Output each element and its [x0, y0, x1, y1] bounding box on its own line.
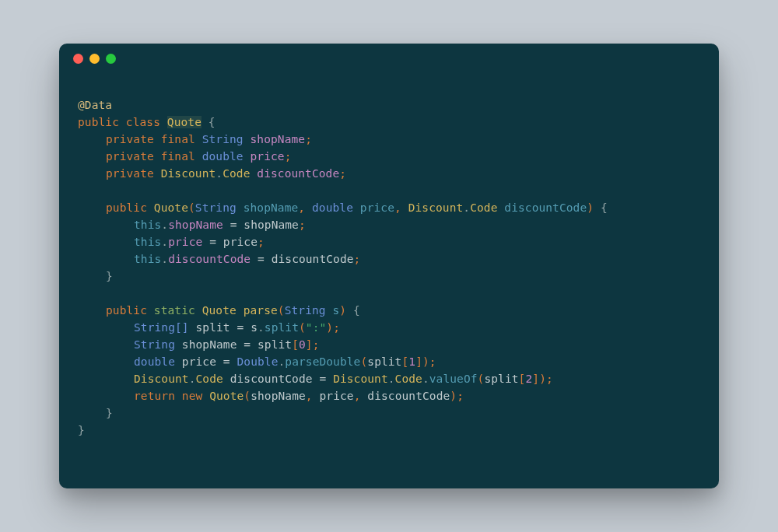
line-blank-2 [78, 287, 85, 299]
line-8: this.shopName = shopName; [78, 219, 306, 231]
line-10: this.discountCode = discountCode; [78, 253, 360, 265]
line-14: String[] split = s.split(":"); [78, 321, 340, 334]
line-4: private final double price; [78, 150, 291, 163]
line-18: return new Quote(shopName, price, discou… [78, 390, 464, 402]
line-9: this.price = price; [78, 236, 265, 248]
line-17: Discount.Code discountCode = Discount.Co… [78, 373, 553, 385]
code-area[interactable]: @Data public class Quote { private final… [59, 73, 719, 457]
class-name: Quote [167, 116, 202, 128]
line-3: private final String shopName; [78, 133, 312, 145]
minimize-icon[interactable] [89, 54, 100, 64]
editor-window: @Data public class Quote { private final… [59, 44, 719, 488]
line-13: public static Quote parse(String s) { [78, 304, 360, 317]
line-20: } [78, 424, 85, 436]
window-titlebar [59, 44, 719, 73]
line-1: @Data [78, 99, 112, 111]
line-blank-1 [78, 184, 85, 197]
close-icon[interactable] [73, 54, 83, 64]
line-2: public class Quote { [78, 116, 216, 128]
line-15: String shopName = split[0]; [78, 338, 320, 351]
line-16: double price = Double.parseDouble(split[… [78, 355, 436, 368]
annotation-data: @Data [78, 99, 112, 111]
line-7: public Quote(String shopName, double pri… [78, 201, 608, 214]
zoom-icon[interactable] [106, 54, 116, 64]
line-11: } [78, 270, 113, 282]
line-19: } [78, 407, 113, 419]
line-5: private Discount.Code discountCode; [78, 167, 346, 180]
